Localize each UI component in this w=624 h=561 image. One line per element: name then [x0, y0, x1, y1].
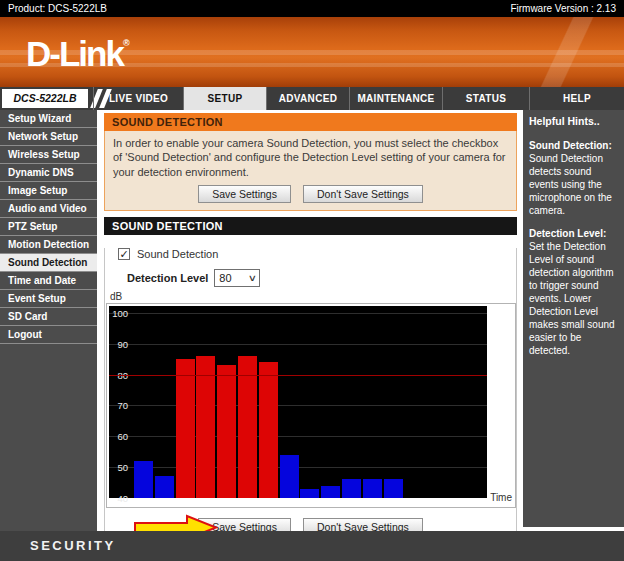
sidebar-item-setup-wizard[interactable]: Setup Wizard	[0, 110, 97, 128]
settings-body: ✓ Sound Detection Detection Level 80 ∨ d…	[104, 248, 517, 557]
chart-bar	[196, 356, 215, 498]
chart-bar	[134, 461, 153, 498]
grid-line	[109, 405, 487, 406]
chart-bar	[321, 486, 340, 498]
sound-detection-checkbox-row: ✓ Sound Detection	[118, 248, 516, 260]
grid-line	[109, 344, 487, 345]
y-tick-label: 40	[111, 493, 128, 504]
tab-live-video[interactable]: LIVE VIDEO	[93, 87, 183, 110]
section-title-bar: SOUND DETECTION	[104, 113, 517, 131]
checkmark-icon: ✓	[119, 248, 128, 260]
sidebar-menu: Setup WizardNetwork SetupWireless SetupD…	[0, 110, 97, 531]
sidebar-item-logout[interactable]: Logout	[0, 326, 97, 344]
top-button-row: Save Settings Don't Save Settings	[113, 185, 508, 203]
y-tick-label: 70	[111, 400, 128, 411]
security-label: SECURITY	[30, 538, 116, 553]
hints-title: Helpful Hints..	[529, 115, 618, 129]
tab-maintenance[interactable]: MAINTENANCE	[349, 87, 442, 110]
hint-lead: Sound Detection:	[529, 140, 612, 151]
x-axis-label: Time	[490, 492, 512, 503]
hint-paragraph: Detection Level: Set the Detection Level…	[529, 227, 618, 357]
sidebar-item-event-setup[interactable]: Event Setup	[0, 290, 97, 308]
product-label: Product: DCS-5222LB	[8, 3, 107, 14]
checkbox-label: Sound Detection	[137, 248, 218, 260]
chart-bar	[176, 359, 195, 498]
sidebar-item-dynamic-dns[interactable]: Dynamic DNS	[0, 164, 97, 182]
sidebar-item-ptz-setup[interactable]: PTZ Setup	[0, 218, 97, 236]
chart-plot: 405060708090100	[109, 306, 487, 498]
sidebar-item-image-setup[interactable]: Image Setup	[0, 182, 97, 200]
main-content: SOUND DETECTION In order to enable your …	[100, 110, 521, 531]
detection-level-row: Detection Level 80 ∨	[127, 269, 516, 287]
nav-tabs: LIVE VIDEOSETUPADVANCEDMAINTENANCESTATUS…	[93, 87, 624, 110]
sidebar-item-wireless-setup[interactable]: Wireless Setup	[0, 146, 97, 164]
tab-advanced[interactable]: ADVANCED	[266, 87, 349, 110]
chart-bar	[384, 479, 403, 498]
registered-mark: ®	[123, 38, 130, 48]
detection-level-value: 80	[219, 272, 231, 284]
y-tick-label: 100	[111, 308, 128, 319]
sound-level-chart: 405060708090100 Time	[106, 303, 516, 508]
section-description: In order to enable your camera Sound Det…	[113, 136, 508, 179]
section-title-bar: SOUND DETECTION	[104, 217, 517, 235]
sidebar-item-audio-and-video[interactable]: Audio and Video	[0, 200, 97, 218]
y-tick-label: 50	[111, 462, 128, 473]
y-tick-label: 90	[111, 339, 128, 350]
chart-bar	[342, 479, 361, 498]
detection-level-label: Detection Level	[127, 272, 208, 284]
firmware-label: Firmware Version : 2.13	[510, 3, 616, 14]
tab-setup[interactable]: SETUP	[183, 87, 266, 110]
threshold-line	[109, 375, 487, 376]
y-axis-unit-label: dB	[110, 291, 516, 303]
y-tick-label: 60	[111, 431, 128, 442]
dont-save-settings-button[interactable]: Don't Save Settings	[303, 185, 423, 203]
banner-wedge	[504, 17, 624, 87]
tab-status[interactable]: STATUS	[442, 87, 529, 110]
sound-detection-checkbox[interactable]: ✓	[118, 248, 130, 260]
footer-bar: SECURITY	[0, 531, 624, 561]
chart-bar	[238, 356, 257, 498]
sidebar-item-time-and-date[interactable]: Time and Date	[0, 272, 97, 290]
sound-detection-settings-section: SOUND DETECTION ✓ Sound Detection Detect…	[104, 217, 517, 557]
logo-text: D-Link	[26, 34, 123, 73]
chart-bar	[155, 476, 174, 498]
sidebar-item-sd-card[interactable]: SD Card	[0, 308, 97, 326]
grid-line	[109, 436, 487, 437]
brand-banner: D-Link®	[0, 17, 624, 87]
hint-lead: Detection Level:	[529, 228, 606, 239]
sidebar-item-sound-detection[interactable]: Sound Detection	[0, 254, 97, 272]
app-window: Product: DCS-5222LB Firmware Version : 2…	[0, 0, 624, 561]
tab-help[interactable]: HELP	[529, 87, 624, 110]
save-settings-button[interactable]: Save Settings	[198, 185, 291, 203]
section-info-body: In order to enable your camera Sound Det…	[104, 131, 517, 211]
sidebar-item-network-setup[interactable]: Network Setup	[0, 128, 97, 146]
chart-bar	[217, 365, 236, 498]
sound-detection-info-section: SOUND DETECTION In order to enable your …	[104, 113, 517, 211]
dlink-logo: D-Link®	[26, 34, 130, 74]
top-status-bar: Product: DCS-5222LB Firmware Version : 2…	[0, 0, 624, 17]
sidebar-item-motion-detection[interactable]: Motion Detection	[0, 236, 97, 254]
main-nav-bar: DCS-5222LB LIVE VIDEOSETUPADVANCEDMAINTE…	[0, 87, 624, 110]
chart-bar	[363, 479, 382, 498]
device-model-badge: DCS-5222LB	[2, 89, 88, 108]
detection-level-select[interactable]: 80 ∨	[214, 269, 260, 287]
chart-bar	[300, 489, 319, 498]
chevron-down-icon: ∨	[247, 273, 256, 283]
grid-line	[109, 313, 487, 314]
hint-paragraph: Sound Detection: Sound Detection detects…	[529, 139, 618, 217]
chart-bar	[259, 362, 278, 498]
helpful-hints-panel: Helpful Hints.. Sound Detection: Sound D…	[523, 110, 624, 527]
chart-bar	[280, 455, 299, 498]
